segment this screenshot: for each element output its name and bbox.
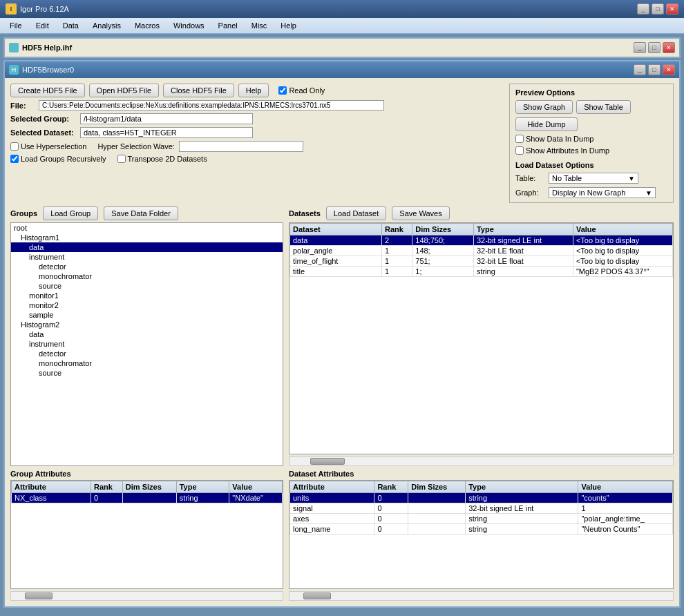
save-data-folder-button[interactable]: Save Data Folder [104, 206, 178, 220]
grp-attr-row-nxclass[interactable]: NX_class 0 string "NXdate" [12, 493, 283, 503]
load-dataset-button[interactable]: Load Dataset [326, 206, 386, 220]
tree-item-monochromator2[interactable]: monochromator [11, 358, 283, 368]
menu-misc[interactable]: Misc [245, 20, 274, 31]
dataset-row-data[interactable]: data 2 148;750; 32-bit signed LE int <To… [290, 235, 673, 246]
button-row: Create HDF5 File Open HDF5 File Close HD… [10, 84, 504, 97]
datasets-scrollbar[interactable] [289, 456, 674, 466]
dataset-cell-name: title [290, 267, 382, 277]
show-attr-dump-checkbox[interactable] [515, 146, 524, 155]
menu-analysis[interactable]: Analysis [86, 20, 128, 31]
ds-attr-cell-rank: 0 [374, 493, 408, 503]
close-hdf5-button[interactable]: Close HDF5 File [163, 84, 234, 97]
tree-item-detector2[interactable]: detector [11, 349, 283, 358]
group-attributes-panel: Group Attributes Attribute Rank Dim Size… [10, 470, 283, 601]
transpose-2d-label[interactable]: Transpose 2D Datasets [117, 155, 207, 163]
ds-attr-cell-value: 1 [578, 503, 673, 514]
app-close-btn[interactable]: ✕ [666, 3, 678, 15]
selected-dataset-input[interactable] [80, 127, 253, 138]
dataset-attrs-table-wrapper[interactable]: Attribute Rank Dim Sizes Type Value [289, 480, 674, 589]
ds-attr-cell-attr: units [290, 493, 374, 503]
transpose-2d-checkbox[interactable] [117, 155, 126, 163]
app-minimize-btn[interactable]: _ [637, 3, 649, 15]
tree-item-sample[interactable]: sample [11, 310, 283, 320]
ds-attr-scrollbar-thumb[interactable] [303, 593, 331, 599]
tree-item-detector[interactable]: detector [11, 262, 283, 271]
tree-item-source[interactable]: source [11, 281, 283, 291]
show-data-dump-label[interactable]: Show Data In Dump [515, 135, 667, 143]
read-only-checkbox[interactable] [278, 86, 287, 95]
datasets-panel: Datasets Load Dataset Save Waves Dataset… [289, 206, 674, 466]
dataset-row-title[interactable]: title 1 1; string "MgB2 PDOS 43.37°" [290, 267, 673, 277]
show-graph-button[interactable]: Show Graph [515, 100, 573, 114]
tree-item-histogram2[interactable]: Histogram2 [11, 320, 283, 329]
table-select[interactable]: No Table ▼ [549, 173, 638, 184]
menu-edit[interactable]: Edit [29, 20, 56, 31]
open-hdf5-button[interactable]: Open HDF5 File [89, 84, 159, 97]
menu-data[interactable]: Data [56, 20, 86, 31]
graph-select[interactable]: Display in New Graph ▼ [549, 187, 656, 198]
groups-tree[interactable]: root Histogram1 data instrument detector… [10, 222, 283, 466]
show-data-dump-checkbox[interactable] [515, 135, 524, 143]
read-only-checkbox-label[interactable]: Read Only [278, 86, 325, 95]
datasets-table-wrapper[interactable]: Dataset Rank Dim Sizes Type Value [289, 222, 674, 454]
tree-item-monitor2[interactable]: monitor2 [11, 300, 283, 310]
menu-help[interactable]: Help [274, 20, 303, 31]
tree-item-source2[interactable]: source [11, 368, 283, 378]
create-hdf5-button[interactable]: Create HDF5 File [10, 84, 85, 97]
group-attrs-table-wrapper[interactable]: Attribute Rank Dim Sizes Type Value [10, 480, 283, 589]
ds-attr-row-axes[interactable]: axes 0 string "polar_angle:time_ [290, 514, 673, 524]
save-waves-button[interactable]: Save Waves [392, 206, 449, 220]
browser-maximize[interactable]: □ [648, 64, 661, 75]
ds-attr-scrollbar[interactable] [289, 591, 674, 601]
help-button[interactable]: Help [238, 84, 269, 97]
hdf5-help-icon [9, 43, 19, 52]
ds-attr-row-units[interactable]: units 0 string "counts" [290, 493, 673, 503]
tree-item-monochromator[interactable]: monochromator [11, 271, 283, 281]
browser-minimize[interactable]: _ [634, 64, 646, 75]
grp-attr-scrollbar[interactable] [10, 591, 283, 601]
menu-macros[interactable]: Macros [128, 20, 167, 31]
ds-attr-cell-rank: 0 [374, 514, 408, 524]
dataset-cell-dim: 1; [412, 267, 474, 277]
grp-attr-cell-dim [122, 493, 176, 503]
tree-item-instrument[interactable]: instrument [11, 252, 283, 262]
datasets-scrollbar-thumb[interactable] [310, 458, 345, 465]
grp-attr-scrollbar-thumb[interactable] [25, 593, 53, 599]
load-groups-recursively-checkbox[interactable] [10, 155, 19, 163]
tree-item-root[interactable]: root [11, 223, 283, 233]
hyper-selection-wave-input[interactable] [179, 141, 303, 152]
tree-item-instrument2[interactable]: instrument [11, 339, 283, 349]
show-attr-dump-label[interactable]: Show Attributes In Dump [515, 146, 667, 155]
app-icon: I [6, 3, 17, 15]
hdf5-help-minimize[interactable]: _ [634, 42, 646, 53]
app-maximize-btn[interactable]: □ [652, 3, 664, 15]
tree-item-histogram1[interactable]: Histogram1 [11, 233, 283, 242]
graph-select-value: Display in New Graph [552, 189, 643, 197]
dataset-cell-dim: 751; [412, 256, 474, 267]
dataset-row-tof[interactable]: time_of_flight 1 751; 32-bit LE float <T… [290, 256, 673, 267]
browser-close[interactable]: ✕ [663, 64, 675, 75]
selected-dataset-label: Selected Dataset: [10, 128, 76, 137]
hide-dump-button[interactable]: Hide Dump [515, 117, 578, 131]
hdf5-help-close[interactable]: ✕ [663, 42, 675, 53]
menu-panel[interactable]: Panel [211, 20, 245, 31]
menu-file[interactable]: File [3, 20, 29, 31]
grp-attr-col-dim: Dim Sizes [122, 481, 176, 493]
use-hyperselection-checkbox[interactable] [10, 142, 19, 151]
ds-attr-row-longname[interactable]: long_name 0 string "Neutron Counts" [290, 524, 673, 535]
menu-windows[interactable]: Windows [167, 20, 211, 31]
dataset-row-polar[interactable]: polar_angle 1 148; 32-bit LE float <Too … [290, 246, 673, 256]
selected-group-input[interactable] [80, 113, 253, 124]
show-table-button[interactable]: Show Table [576, 100, 631, 114]
tree-item-data-selected[interactable]: data [11, 242, 283, 252]
ds-attr-cell-type: string [466, 493, 578, 503]
tree-item-data2[interactable]: data [11, 329, 283, 339]
tree-item-monitor1[interactable]: monitor1 [11, 291, 283, 300]
load-groups-recursively-label[interactable]: Load Groups Recursively [10, 155, 106, 163]
ds-attr-row-signal[interactable]: signal 0 32-bit signed LE int 1 [290, 503, 673, 514]
file-path-input[interactable] [39, 100, 384, 110]
hdf5-help-maximize[interactable]: □ [648, 42, 661, 53]
use-hyperselection-label[interactable]: Use Hyperselection [10, 142, 86, 151]
load-group-button[interactable]: Load Group [43, 206, 98, 220]
ds-attr-cell-value: "Neutron Counts" [578, 524, 673, 535]
